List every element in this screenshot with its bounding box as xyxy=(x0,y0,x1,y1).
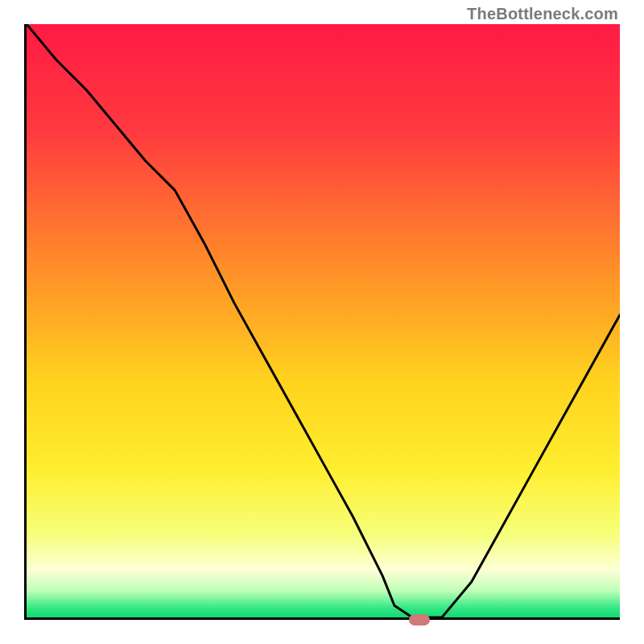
attribution-text: TheBottleneck.com xyxy=(467,5,618,23)
plot-area xyxy=(24,24,620,620)
gradient-background xyxy=(27,24,620,617)
svg-rect-0 xyxy=(27,24,620,617)
optimal-marker xyxy=(409,614,430,625)
bottleneck-chart: TheBottleneck.com xyxy=(0,0,644,644)
